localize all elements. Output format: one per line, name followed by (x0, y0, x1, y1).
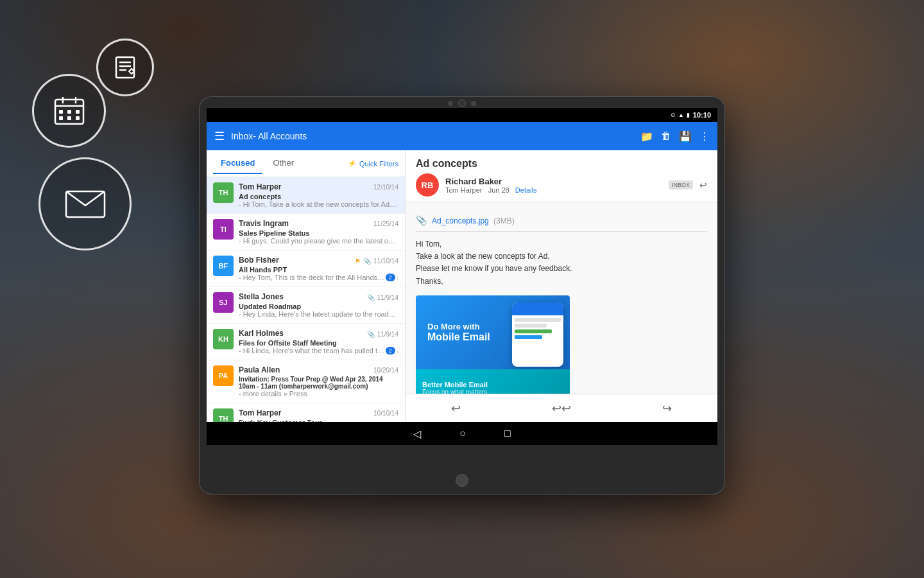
forward-button[interactable]: ↪ (662, 401, 672, 416)
android-nav-bar: ◁ ○ □ (207, 422, 717, 445)
detail-body: 📎 Ad_concepts.jpg (3MB) Hi Tom, Take a l… (406, 202, 717, 394)
phone-line-2 (515, 324, 547, 328)
email-date-2: 11/25/14 (373, 220, 398, 227)
camera-dot2 (471, 101, 476, 106)
wifi-icon: ▲ (678, 112, 684, 118)
avatar-2: TI (213, 219, 234, 240)
app-screen: ⊙ ▲ ▮ 10:10 ☰ Inbox- All Accounts 📁 🗑 💾 … (207, 108, 717, 445)
delete-icon-button[interactable]: 🗑 (661, 130, 671, 142)
email-content-2: Travis Ingram 11/25/14 Sales Pipeline St… (239, 219, 398, 245)
email-item-1[interactable]: TH Tom Harper 12/10/14 Ad concepts - Hi … (207, 177, 405, 214)
detail-details-link[interactable]: Details (515, 186, 537, 194)
detail-header: Ad concepts RB Richard Baker Tom Harper … (406, 150, 717, 202)
svg-rect-13 (76, 116, 80, 120)
avatar-3: BF (213, 256, 234, 276)
attachment-row: 📎 Ad_concepts.jpg (3MB) (416, 210, 707, 232)
reply-all-button[interactable]: ↩↩ (552, 401, 571, 416)
back-nav-button[interactable]: ◁ (413, 428, 421, 440)
email-item-5[interactable]: KH Karl Holmes 📎 11/9/14 Files for Off (207, 324, 405, 360)
body-line-1: Hi Tom, (416, 238, 707, 250)
notes-icon (111, 53, 139, 82)
detail-actions: ↩ ↩↩ ↪ (406, 394, 717, 422)
chevron-5: › (397, 347, 398, 355)
email-preview-row-3: - Hey Tom, This is the deck for the All … (239, 274, 398, 281)
svg-rect-10 (76, 110, 80, 114)
hamburger-menu-button[interactable]: ☰ (214, 129, 225, 143)
email-item-4[interactable]: SJ Stella Jones 📎 11/9/14 Updated Road (207, 287, 405, 324)
email-sender-1: Tom Harper (239, 182, 281, 191)
overflow-menu-button[interactable]: ⋮ (699, 130, 710, 143)
phone-line-1 (515, 318, 561, 322)
email-sender-7: Tom Harper (239, 408, 281, 417)
svg-rect-11 (59, 116, 63, 120)
avatar-7: TH (213, 408, 234, 422)
email-header-1: Tom Harper 12/10/14 (239, 182, 398, 191)
email-date-3: 11/10/14 (373, 258, 398, 265)
tablet-container: ⊙ ▲ ▮ 10:10 ☰ Inbox- All Accounts 📁 🗑 💾 … (199, 96, 725, 495)
email-preview-row-5: - Hi Linda, Here's what the team has pul… (239, 347, 398, 355)
status-bar: ⊙ ▲ ▮ 10:10 (207, 108, 717, 122)
promo-banner-1: Do More with Mobile Email (416, 295, 570, 369)
email-sender-3: Bob Fisher (239, 256, 279, 265)
email-meta-4: 📎 11/9/14 (367, 294, 398, 301)
email-header-2: Travis Ingram 11/25/14 (239, 219, 398, 228)
email-sender-6: Paula Allen (239, 365, 280, 374)
reply-button[interactable]: ↩ (451, 401, 461, 416)
phone-screen-content (512, 315, 563, 367)
promo-banner-2: Better Mobile Email Focus on what matter… (416, 369, 570, 394)
app-bar-title: Inbox- All Accounts (231, 131, 634, 141)
promo-line-1b: Mobile Email (427, 331, 501, 343)
attachment-filename: Ad_concepts.jpg (432, 216, 489, 225)
home-nav-button[interactable]: ○ (459, 428, 466, 439)
app-bar-actions: 📁 🗑 💾 ⋮ (640, 130, 710, 143)
tabs-row: Focused Other ⚡ Quick Filters (207, 150, 405, 177)
email-preview-2: - Hi guys, Could you please give me the … (239, 237, 398, 245)
tab-other[interactable]: Other (265, 153, 302, 174)
tablet-home-button[interactable] (456, 474, 468, 487)
save-icon-button[interactable]: 💾 (679, 130, 692, 143)
mail-icon-circle (38, 157, 132, 250)
quick-filters-label: Quick Filters (359, 160, 398, 168)
email-item-3[interactable]: BF Bob Fisher ⚑ 📎 11/10/14 (207, 250, 405, 287)
folder-icon-button[interactable]: 📁 (640, 130, 653, 143)
notes-icon-circle (96, 39, 154, 96)
email-date-6: 10/20/14 (373, 367, 398, 374)
phone-screen-top (512, 302, 563, 315)
email-content-1: Tom Harper 12/10/14 Ad concepts - Hi Tom… (239, 182, 398, 208)
attachment-name[interactable]: Ad_concepts.jpg (3MB) (432, 216, 515, 225)
promo-line-2a: Better Mobile Email (422, 381, 488, 389)
inbox-badge: INBOX (669, 180, 693, 189)
email-date-4: 11/9/14 (377, 294, 398, 301)
status-icons: ⊙ ▲ ▮ (671, 112, 690, 118)
email-badge-row-5: 2 › (386, 347, 398, 355)
reply-icon-header[interactable]: ↩ (699, 180, 707, 191)
phone-line-3 (515, 329, 552, 333)
email-item-2[interactable]: TI Travis Ingram 11/25/14 Sales Pipeline… (207, 214, 405, 250)
chevron-3: › (397, 274, 398, 281)
detail-meta-row: RB Richard Baker Tom Harper Jun 28 Detai… (416, 173, 707, 197)
detail-avatar: RB (416, 173, 439, 197)
email-body-text: Hi Tom, Take a look at the new concepts … (416, 238, 707, 288)
email-preview-3: - Hey Tom, This is the deck for the All … (239, 274, 386, 281)
detail-to-name: Tom Harper (445, 186, 482, 194)
tab-focused[interactable]: Focused (213, 153, 262, 174)
calendar-icon-circle (32, 74, 106, 148)
email-list-panel: Focused Other ⚡ Quick Filters TH (207, 150, 406, 422)
body-line-4: Thanks, (416, 276, 707, 288)
email-content-6: Paula Allen 10/20/14 Invitation: Press T… (239, 365, 398, 398)
email-item-7[interactable]: TH Tom Harper 10/10/14 Fwd: Key Customer… (207, 403, 405, 422)
svg-rect-12 (67, 116, 71, 120)
detail-subject: Ad concepts (416, 158, 707, 170)
promo-line-2b: Focus on what matters (422, 389, 488, 394)
email-subject-3: All Hands PPT (239, 266, 398, 274)
recent-nav-button[interactable]: □ (504, 428, 511, 439)
email-detail-panel: Ad concepts RB Richard Baker Tom Harper … (406, 150, 717, 422)
email-item-6[interactable]: PA Paula Allen 10/20/14 Invitation: Pres… (207, 360, 405, 403)
quick-filters-button[interactable]: ⚡ Quick Filters (348, 159, 398, 168)
avatar-6: PA (213, 365, 234, 386)
email-subject-4: Updated Roadmap (239, 302, 398, 310)
email-list[interactable]: TH Tom Harper 12/10/14 Ad concepts - Hi … (207, 177, 405, 422)
paperclip-icon-5: 📎 (367, 331, 375, 338)
email-badge-row-3: 2 › (386, 274, 398, 281)
tablet-camera (448, 100, 476, 107)
